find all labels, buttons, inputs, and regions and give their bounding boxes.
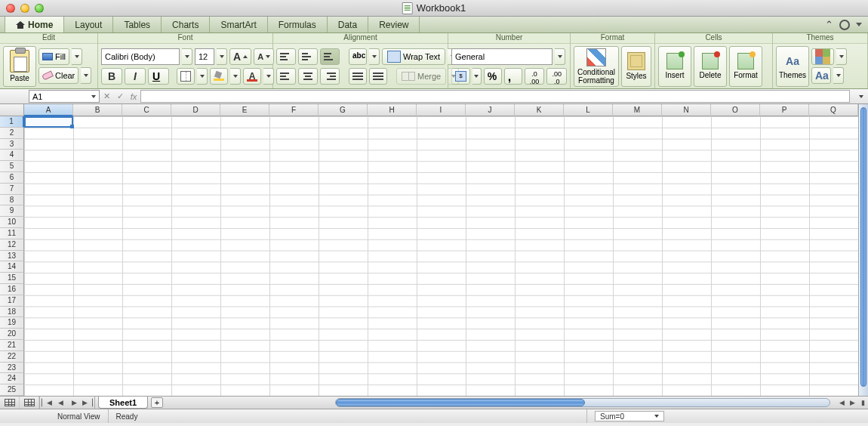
row-header-10[interactable]: 10 xyxy=(0,217,24,228)
wrap-text-button[interactable]: Wrap Text xyxy=(382,48,445,65)
percent-button[interactable]: % xyxy=(484,68,502,85)
row-header-23[interactable]: 23 xyxy=(0,363,24,374)
column-header-A[interactable]: A xyxy=(24,104,73,116)
gear-dropdown[interactable] xyxy=(856,23,862,26)
row-header-14[interactable]: 14 xyxy=(0,261,24,273)
row-header-16[interactable]: 16 xyxy=(0,284,24,295)
font-color-dropdown[interactable] xyxy=(263,68,274,85)
fill-color-dropdown[interactable] xyxy=(230,68,241,85)
column-header-K[interactable]: K xyxy=(515,104,564,116)
align-center-button[interactable] xyxy=(298,68,318,85)
scroll-right-button[interactable]: ▶ xyxy=(847,399,857,406)
column-header-M[interactable]: M xyxy=(613,104,662,116)
orientation-button[interactable]: abc xyxy=(349,48,367,65)
row-header-3[interactable]: 3 xyxy=(0,139,24,150)
vertical-scrollbar[interactable] xyxy=(858,104,868,396)
paste-button[interactable]: Paste xyxy=(3,46,36,87)
name-box[interactable]: A1 xyxy=(29,90,100,103)
row-header-8[interactable]: 8 xyxy=(0,195,24,206)
row-header-2[interactable]: 2 xyxy=(0,128,24,139)
zoom-window-button[interactable] xyxy=(35,4,44,13)
collapse-ribbon-button[interactable]: ⌃ xyxy=(825,19,833,30)
shrink-font-button[interactable]: A xyxy=(254,48,274,65)
row-header-9[interactable]: 9 xyxy=(0,205,24,217)
align-middle-button[interactable] xyxy=(298,48,318,65)
scroll-left-button[interactable]: ◀ xyxy=(836,399,847,406)
sheet-tab-1[interactable]: Sheet1 xyxy=(98,397,148,409)
cells-area[interactable] xyxy=(24,116,858,396)
enter-formula-button[interactable]: ✓ xyxy=(113,91,127,103)
gear-icon[interactable] xyxy=(839,20,850,30)
delete-button[interactable]: Delete xyxy=(694,46,727,87)
column-header-O[interactable]: O xyxy=(711,104,760,116)
tab-layout[interactable]: Layout xyxy=(64,17,113,32)
row-header-15[interactable]: 15 xyxy=(0,273,24,284)
row-header-4[interactable]: 4 xyxy=(0,150,24,161)
underline-button[interactable]: U xyxy=(148,68,169,85)
tab-data[interactable]: Data xyxy=(328,17,368,32)
align-right-button[interactable] xyxy=(320,68,340,85)
column-header-P[interactable]: P xyxy=(760,104,809,116)
themes-button[interactable]: AaThemes xyxy=(776,46,809,87)
row-header-11[interactable]: 11 xyxy=(0,228,24,239)
last-sheet-button[interactable]: ▶▕ xyxy=(81,397,94,409)
column-header-G[interactable]: G xyxy=(319,104,368,116)
decrease-indent-button[interactable] xyxy=(349,68,367,85)
tab-home[interactable]: Home xyxy=(5,17,64,32)
orientation-dropdown[interactable] xyxy=(369,48,380,65)
column-header-H[interactable]: H xyxy=(368,104,417,116)
row-header-22[interactable]: 22 xyxy=(0,351,24,363)
decrease-decimal-button[interactable]: .00.0 xyxy=(546,68,567,85)
tab-tables[interactable]: Tables xyxy=(113,17,162,32)
column-header-I[interactable]: I xyxy=(417,104,466,116)
align-left-button[interactable] xyxy=(276,68,296,85)
horizontal-scroll-thumb[interactable] xyxy=(336,399,585,406)
next-sheet-button[interactable]: ▶ xyxy=(67,397,81,409)
split-handle[interactable]: ▮ xyxy=(857,399,868,406)
grow-font-button[interactable]: A xyxy=(229,48,251,65)
font-size-dropdown[interactable] xyxy=(217,48,227,65)
increase-decimal-button[interactable]: .0.00 xyxy=(525,68,545,85)
column-header-J[interactable]: J xyxy=(466,104,515,116)
conditional-formatting-button[interactable]: Conditional Formatting xyxy=(574,46,619,87)
row-header-17[interactable]: 17 xyxy=(0,295,24,307)
column-header-Q[interactable]: Q xyxy=(809,104,858,116)
tab-charts[interactable]: Charts xyxy=(162,17,210,32)
border-button[interactable] xyxy=(177,68,195,85)
theme-colors-button[interactable] xyxy=(811,48,834,65)
row-header-5[interactable]: 5 xyxy=(0,161,24,172)
fill-dropdown[interactable] xyxy=(72,48,82,65)
row-header-7[interactable]: 7 xyxy=(0,184,24,195)
page-layout-view-button[interactable] xyxy=(20,397,39,409)
minimize-window-button[interactable] xyxy=(20,4,29,13)
fx-button[interactable]: fx xyxy=(127,91,140,103)
column-header-L[interactable]: L xyxy=(564,104,613,116)
comma-button[interactable]: , xyxy=(504,68,522,85)
italic-button[interactable]: I xyxy=(125,68,146,85)
column-header-D[interactable]: D xyxy=(171,104,220,116)
theme-fonts-button[interactable]: Aa xyxy=(811,67,831,84)
horizontal-scrollbar[interactable] xyxy=(335,398,830,407)
column-header-E[interactable]: E xyxy=(220,104,269,116)
tab-review[interactable]: Review xyxy=(368,17,420,32)
border-dropdown[interactable] xyxy=(197,68,208,85)
row-header-24[interactable]: 24 xyxy=(0,373,24,384)
column-header-F[interactable]: F xyxy=(269,104,319,116)
row-header-21[interactable]: 21 xyxy=(0,340,24,351)
font-name-input[interactable] xyxy=(101,48,180,65)
active-cell[interactable] xyxy=(24,116,73,128)
row-header-25[interactable]: 25 xyxy=(0,384,24,396)
row-header-20[interactable]: 20 xyxy=(0,329,24,340)
row-header-19[interactable]: 19 xyxy=(0,317,24,329)
select-all-corner[interactable] xyxy=(0,104,24,116)
first-sheet-button[interactable]: ▏◀ xyxy=(40,397,54,409)
merge-button[interactable]: Merge xyxy=(396,68,446,85)
fill-button[interactable]: Fill xyxy=(38,48,69,65)
row-header-1[interactable]: 1 xyxy=(0,116,24,128)
row-header-12[interactable]: 12 xyxy=(0,239,24,251)
bold-button[interactable]: B xyxy=(101,68,122,85)
row-header-18[interactable]: 18 xyxy=(0,307,24,318)
currency-dropdown[interactable] xyxy=(472,68,482,85)
increase-indent-button[interactable] xyxy=(369,68,387,85)
tab-smartart[interactable]: SmartArt xyxy=(210,17,267,32)
